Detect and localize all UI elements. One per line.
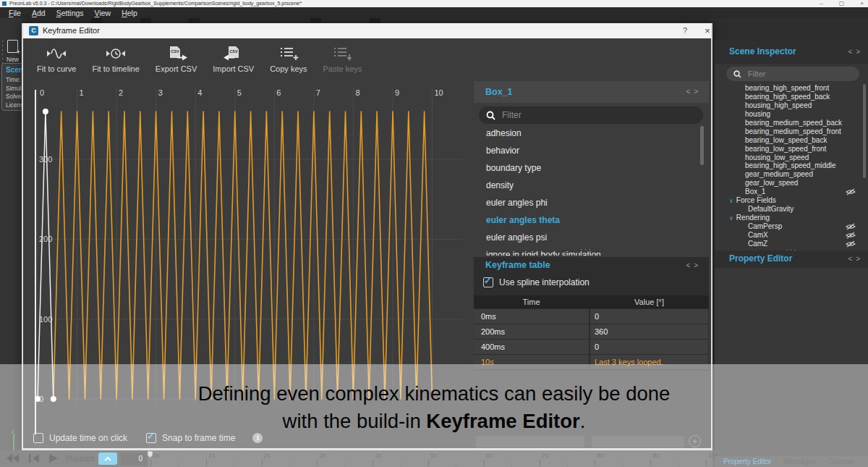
tree-item-label: bearing_high_speed_back [745, 93, 830, 101]
property-filter-input[interactable] [501, 109, 655, 121]
new-scene-button[interactable]: New [7, 40, 21, 62]
tree-item-rendering[interactable]: ∨Rendering [715, 214, 863, 222]
keyframe-curve-chart[interactable]: 0123456789103002001000 [32, 84, 470, 410]
caption-text: Defining even complex kinematics can eas… [0, 380, 868, 435]
svg-text:6: 6 [276, 88, 281, 97]
keyframe-value-cell[interactable]: 0 [590, 309, 708, 324]
tree-item-camx[interactable]: CamX [715, 231, 863, 240]
tree-item-label: Rendering [736, 214, 770, 222]
toolbar-icon-partial [189, 18, 200, 23]
property-item[interactable]: euler angles phi [474, 194, 709, 211]
keyframe-toolbar: Fit to curveFit to timelineCSVExport CSV… [29, 42, 370, 78]
code-toggle-icon[interactable]: < > [686, 261, 699, 269]
toolbar-icon-partial [310, 18, 321, 23]
preonlab-dialog-icon: C [29, 26, 38, 35]
code-toggle-icon[interactable]: < > [848, 255, 861, 263]
chevron-down-icon[interactable]: ∨ [729, 215, 733, 222]
keyframe-time-cell[interactable]: 200ms [474, 324, 589, 339]
menu-add[interactable]: Add [29, 9, 48, 17]
tree-item-label: bearing_medium_speed_front [745, 127, 841, 135]
fit-to-timeline-button[interactable]: Fit to timeline [84, 42, 147, 73]
tree-item-gear-low-speed[interactable]: gear_low_speed [715, 179, 863, 188]
window-title: PreonLab v5.0.3 - C:/Users/mal/Downloads… [9, 0, 302, 7]
property-item[interactable]: euler angles theta [474, 211, 709, 229]
tree-item-housing-high-speed[interactable]: housing_high_speed [715, 101, 863, 110]
window-titlebar[interactable]: PreonLab v5.0.3 - C:/Users/mal/Downloads… [0, 0, 868, 7]
visibility-off-icon[interactable] [846, 240, 856, 250]
toolbar-icon-partial [140, 18, 151, 23]
tree-item-bearing-high-speed-middle[interactable]: bearing_high_speed_middle [715, 161, 863, 170]
close-icon[interactable]: × [860, 0, 864, 7]
copy-keys-icon [278, 45, 299, 62]
splitter-handle[interactable]: ··· [580, 245, 592, 253]
svg-text:200: 200 [39, 235, 52, 243]
tree-item-bearing-medium-speed-front[interactable]: bearing_medium_speed_front [715, 127, 863, 136]
tree-item-bearing-high-speed-front[interactable]: bearing_high_speed_front [715, 84, 863, 93]
scene-tree-scrollbar[interactable] [863, 84, 866, 178]
menu-help[interactable]: Help [119, 9, 140, 17]
scene-filter-input[interactable] [746, 69, 838, 79]
property-item[interactable]: euler angles psi [474, 229, 709, 246]
tree-item-bearing-medium-speed-back[interactable]: bearing_medium_speed_back [715, 119, 863, 127]
keyframe-row[interactable]: 0ms0 [474, 309, 709, 324]
tree-item-box-1[interactable]: Box_1 [715, 188, 863, 196]
property-item[interactable]: boundary type [474, 159, 709, 177]
svg-text:10: 10 [435, 88, 443, 97]
code-toggle-icon[interactable]: < > [686, 88, 699, 96]
keyframe-row[interactable]: 200ms360 [474, 324, 709, 339]
scene-inspector-header: Scene Inspector < > [715, 41, 868, 64]
fit-curve-icon [46, 45, 67, 62]
tree-item-gear-medium-speed[interactable]: gear_medium_speed [715, 170, 863, 179]
export-csv-button[interactable]: CSVExport CSV [148, 42, 205, 73]
svg-text:2: 2 [119, 88, 123, 97]
tree-item-bearing-high-speed-back[interactable]: bearing_high_speed_back [715, 93, 863, 101]
tree-item-campersp[interactable]: CamPersp [715, 222, 863, 231]
help-icon[interactable]: ? [678, 23, 692, 38]
tree-item-bearing-low-speed-front[interactable]: bearing_low_speed_front [715, 145, 863, 153]
keyframe-time-cell[interactable]: 0ms [474, 309, 589, 324]
search-icon [733, 70, 741, 78]
tree-item-defaultgravity[interactable]: DefaultGravity [715, 205, 863, 214]
property-item[interactable]: adhesion [474, 125, 709, 142]
property-item[interactable]: behavior [474, 142, 709, 159]
tree-item-label: housing_low_speed [745, 153, 809, 161]
menu-view[interactable]: View [92, 9, 114, 17]
toolbar-button-label: Export CSV [156, 64, 197, 73]
maximize-icon[interactable]: ▢ [839, 0, 845, 7]
keyframe-row[interactable]: 400ms0 [474, 340, 709, 354]
tree-item-label: bearing_high_speed_front [745, 84, 829, 92]
svg-text:9: 9 [395, 88, 399, 97]
svg-text:300: 300 [39, 155, 52, 164]
keyframe-table-header: Time Value [°] [474, 295, 709, 308]
keyframe-time-cell[interactable]: 400ms [474, 340, 589, 354]
keyframe-value-cell[interactable]: 0 [590, 340, 708, 354]
keyframe-value-cell[interactable]: 360 [590, 324, 708, 339]
spline-checkbox[interactable] [483, 277, 493, 287]
property-list-scrollbar[interactable] [700, 126, 704, 165]
menu-file[interactable]: File [6, 9, 24, 17]
dialog-close-icon[interactable]: × [700, 23, 715, 38]
copy-keys-button[interactable]: Copy keys [262, 42, 315, 73]
toolbar-icon-partial [91, 18, 102, 23]
fit-to-curve-button[interactable]: Fit to curve [29, 42, 84, 73]
svg-text:7: 7 [316, 88, 320, 97]
chevron-down-icon[interactable]: ∨ [729, 198, 733, 204]
tree-item-force-fields[interactable]: ∨Force Fields [715, 196, 863, 205]
menu-settings[interactable]: Settings [54, 9, 87, 17]
property-item[interactable]: density [474, 177, 709, 194]
tree-item-bearing-low-speed-back[interactable]: bearing_low_speed_back [715, 136, 863, 145]
paste-keys-button: Paste keys [315, 42, 370, 73]
toolbar-button-label: Fit to timeline [92, 64, 139, 73]
promo-overlay: Defining even complex kinematics can eas… [0, 364, 868, 467]
minimize-icon[interactable]: – [820, 0, 822, 7]
tree-item-label: bearing_low_speed_front [745, 145, 826, 153]
import-csv-button[interactable]: CSVImport CSV [205, 42, 262, 73]
tree-item-housing-low-speed[interactable]: housing_low_speed [715, 153, 863, 162]
svg-text:0: 0 [40, 88, 44, 97]
dialog-titlebar[interactable]: C Keyframe Editor ? × [23, 23, 711, 38]
tree-item-housing[interactable]: housing [715, 110, 863, 119]
property-list: adhesionbehaviorboundary typedensityeule… [474, 125, 709, 256]
csv-import-icon: CSV [222, 45, 245, 62]
code-toggle-icon[interactable]: < > [848, 48, 861, 56]
fit-timeline-icon [105, 45, 127, 62]
